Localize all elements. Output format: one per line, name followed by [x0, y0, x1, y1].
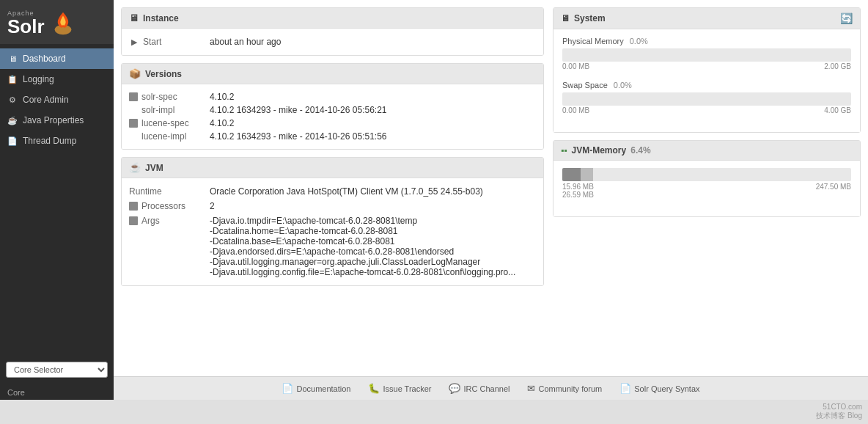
core-label: Core: [0, 385, 114, 400]
sidebar-item-thread-dump[interactable]: 📄 Thread Dump: [0, 131, 114, 151]
documentation-label: Documentation: [296, 384, 350, 393]
system-body: Physical Memory 0.0% 0.00 MB 2.00 GB: [553, 29, 860, 132]
issue-tracker-icon: 🐛: [368, 383, 380, 394]
irc-channel-label: IRC Channel: [463, 384, 510, 393]
solr-query-syntax-icon: 📄: [619, 383, 631, 394]
jvm-processors-value: 2: [210, 201, 536, 211]
jvm-arg-3: -Djava.endorsed.dirs=E:\apache-tomcat-6.…: [210, 246, 515, 257]
jvm-memory-header-left: ▪▪ JVM-Memory 6.4%: [561, 145, 651, 156]
jvm-processors-label: Processors: [129, 201, 210, 211]
start-icon: ▶: [129, 37, 139, 47]
version-value-1: 4.10.2 1634293 - mike - 2014-10-26 05:56…: [210, 105, 387, 115]
core-selector[interactable]: Core Selector: [6, 362, 108, 378]
jvm-arg-0: -Djava.io.tmpdir=E:\apache-tomcat-6.0.28…: [210, 216, 515, 226]
version-label-0: solr-spec: [129, 92, 210, 102]
jvm-section: ☕ JVM Runtime Oracle Corporation Java Ho…: [121, 157, 544, 286]
jvm-arg-1: -Dcatalina.home=E:\apache-tomcat-6.0.28-…: [210, 226, 515, 236]
system-refresh-icon[interactable]: 🔄: [840, 12, 853, 24]
sidebar-item-logging[interactable]: 📋 Logging: [0, 69, 114, 89]
version-row-3: lucene-impl 4.10.2 1634293 - mike - 2014…: [129, 130, 536, 143]
watermark: 51CTO.com 技术博客 Blog: [0, 400, 868, 424]
system-header-left: 🖥 System: [561, 13, 606, 23]
thread-dump-icon: 📄: [7, 136, 18, 146]
jvm-arg-4: -Djava.util.logging.manager=org.apache.j…: [210, 257, 515, 267]
jvm-memory-bar: [562, 168, 851, 181]
system-title: System: [574, 13, 606, 23]
physical-memory-bar: [562, 48, 851, 62]
sidebar-item-java-properties[interactable]: ☕ Java Properties: [0, 110, 114, 131]
version-row-1: solr-impl 4.10.2 1634293 - mike - 2014-1…: [129, 103, 536, 117]
swap-space-max: 4.00 GB: [824, 106, 851, 114]
footer-issue-tracker[interactable]: 🐛 Issue Tracker: [368, 383, 431, 394]
content-body: 🖥 Instance ▶ Start about an hour ago: [114, 0, 868, 376]
jvm-header: ☕ JVM: [122, 158, 543, 178]
instance-section: 🖥 Instance ▶ Start about an hour ago: [121, 7, 544, 56]
versions-header: 📦 Versions: [122, 64, 543, 84]
footer-irc-channel[interactable]: 💬 IRC Channel: [449, 383, 510, 394]
physical-memory-label: Physical Memory 0.0%: [562, 37, 851, 45]
community-forum-icon: ✉: [527, 383, 535, 394]
jvm-processors-row: Processors 2: [129, 199, 536, 213]
sidebar-item-dashboard-label: Dashboard: [23, 54, 66, 64]
jvm-runtime-label: Runtime: [129, 186, 210, 197]
jvm-runtime-value: Oracle Corporation Java HotSpot(TM) Clie…: [210, 186, 536, 197]
community-forum-label: Community forum: [538, 384, 602, 393]
processors-icon: [129, 202, 138, 211]
dashboard-icon: 🖥: [7, 54, 18, 64]
solr-spec-icon: [129, 92, 138, 101]
instance-title: Instance: [143, 13, 179, 23]
sidebar-item-core-admin[interactable]: ⚙ Core Admin: [0, 89, 114, 110]
version-row-0: solr-spec 4.10.2: [129, 90, 536, 103]
args-icon: [129, 216, 138, 225]
right-panel: 🖥 System 🔄 Physical Memory 0.0%: [553, 7, 861, 369]
solr-query-syntax-label: Solr Query Syntax: [634, 384, 699, 393]
version-label-2: lucene-spec: [129, 118, 210, 128]
swap-space-percent: 0.0%: [614, 81, 632, 89]
sidebar-item-java-properties-label: Java Properties: [23, 115, 84, 125]
versions-section: 📦 Versions solr-spec 4.10.2: [121, 63, 544, 150]
jvm-arg-2: -Dcatalina.base=E:\apache-tomcat-6.0.28-…: [210, 236, 515, 246]
lucene-spec-icon: [129, 119, 138, 128]
jvm-title: JVM: [145, 163, 163, 173]
jvm-memory-committed-fill: [581, 168, 593, 181]
instance-start-value: about an hour ago: [210, 37, 536, 47]
jvm-args-label: Args: [129, 216, 210, 226]
footer-solr-query-syntax[interactable]: 📄 Solr Query Syntax: [619, 383, 699, 394]
jvm-memory-header: ▪▪ JVM-Memory 6.4%: [553, 141, 860, 161]
main-layout: Apache Solr 🖥 Dashboard 📋 Logging: [0, 0, 868, 400]
instance-icon: 🖥: [129, 12, 139, 23]
system-icon: 🖥: [561, 13, 570, 23]
watermark-line1: 51CTO.com: [823, 403, 862, 411]
versions-body: solr-spec 4.10.2 solr-impl 4.10.2 163429…: [122, 84, 543, 149]
jvm-runtime-row: Runtime Oracle Corporation Java HotSpot(…: [129, 184, 536, 199]
watermark-line2: 技术博客 Blog: [816, 412, 862, 420]
jvm-max-label: 247.50 MB: [816, 183, 851, 199]
version-label-3: lucene-impl: [129, 131, 210, 142]
footer-documentation[interactable]: 📄 Documentation: [282, 383, 350, 394]
jvm-memory-used-fill: [562, 168, 581, 181]
issue-tracker-label: Issue Tracker: [383, 384, 431, 393]
sidebar-item-dashboard[interactable]: 🖥 Dashboard: [0, 48, 114, 69]
version-value-3: 4.10.2 1634293 - mike - 2014-10-26 05:51…: [210, 131, 387, 142]
jvm-memory-panel: ▪▪ JVM-Memory 6.4%: [553, 140, 861, 217]
physical-memory-max: 2.00 GB: [824, 62, 851, 70]
jvm-memory-labels: 15.96 MB 26.59 MB 247.50 MB: [562, 183, 851, 199]
physical-memory-limits: 0.00 MB 2.00 GB: [562, 62, 851, 70]
physical-memory-min: 0.00 MB: [562, 62, 589, 70]
irc-channel-icon: 💬: [449, 383, 460, 394]
sidebar-item-logging-label: Logging: [23, 74, 54, 84]
jvm-memory-bar-section: 15.96 MB 26.59 MB 247.50 MB: [562, 168, 851, 199]
solr-logo-text: Apache Solr: [7, 10, 45, 36]
physical-memory-percent: 0.0%: [630, 37, 648, 45]
solr-label: Solr: [7, 17, 45, 36]
jvm-memory-icon: ▪▪: [561, 145, 567, 156]
footer-community-forum[interactable]: ✉ Community forum: [527, 383, 602, 394]
jvm-used-label: 15.96 MB: [562, 183, 594, 191]
swap-space-label: Swap Space 0.0%: [562, 81, 851, 89]
left-panel: 🖥 Instance ▶ Start about an hour ago: [121, 7, 544, 369]
jvm-memory-body: 15.96 MB 26.59 MB 247.50 MB: [553, 161, 860, 216]
logo-area: Apache Solr: [0, 0, 114, 44]
jvm-icon: ☕: [129, 162, 141, 173]
jvm-memory-percent: 6.4%: [630, 145, 650, 156]
system-header: 🖥 System 🔄: [553, 8, 860, 29]
